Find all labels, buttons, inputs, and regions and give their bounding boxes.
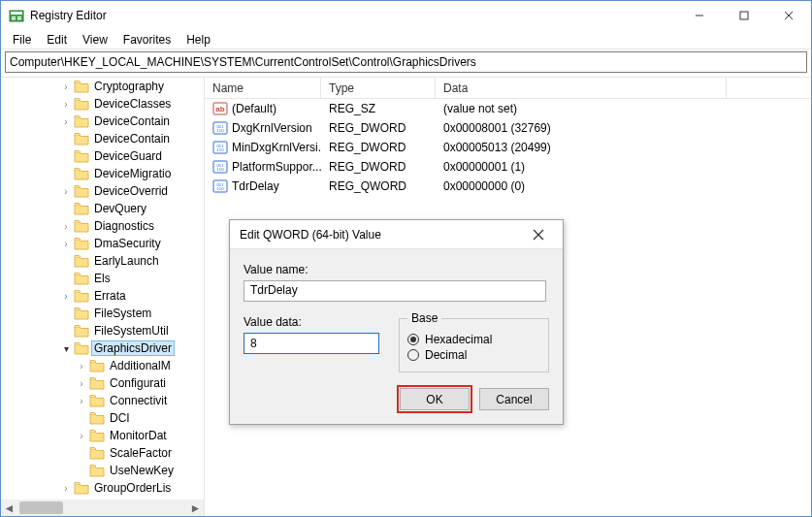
tree-item[interactable]: ›Errata [1,287,204,305]
regedit-icon [9,8,24,23]
svg-rect-5 [17,18,21,20]
tree-item-label: Configurati [108,376,168,390]
chevron-right-icon[interactable]: › [59,81,73,92]
ok-button[interactable]: OK [400,388,470,410]
menubar: File Edit View Favorites Help [1,30,811,49]
chevron-right-icon[interactable]: › [59,483,73,494]
tree-item[interactable]: DCI [1,409,204,427]
chevron-right-icon[interactable]: › [59,186,73,197]
value-name-label: Value name: [244,263,549,276]
list-row[interactable]: 011110TdrDelayREG_QWORD0x00000000 (0) [205,177,811,196]
tree-item[interactable]: ›DmaSecurity [1,235,204,252]
maximize-button[interactable] [722,1,766,30]
column-data[interactable]: Data [436,78,727,98]
tree-item[interactable]: ▾GraphicsDriver [1,339,204,357]
scroll-left-icon[interactable]: ◄ [1,500,17,516]
chevron-right-icon[interactable]: › [75,378,88,389]
tree-item[interactable]: ›Connectivit [1,392,204,409]
value-name-field[interactable]: TdrDelay [244,280,546,302]
tree-item[interactable]: DeviceMigratio [1,165,204,182]
tree-item-label: GraphicsDriver [92,341,174,355]
menu-edit[interactable]: Edit [39,31,75,48]
tree-item[interactable]: ›AdditionalM [1,357,204,374]
tree-item[interactable]: ScaleFactor [1,444,204,462]
minimize-button[interactable] [677,1,722,30]
cell-type: REG_DWORD [321,160,436,174]
tree-item-label: Els [92,272,113,285]
dialog-titlebar: Edit QWORD (64-bit) Value [230,220,563,249]
column-name[interactable]: Name [205,78,321,98]
folder-icon [74,289,89,303]
chevron-right-icon[interactable]: › [59,291,73,302]
folder-icon [74,481,89,495]
tree-item[interactable]: ›GroupOrderLis [1,479,204,497]
list-row[interactable]: 011110DxgKrnlVersionREG_DWORD0x00008001 … [205,118,811,138]
folder-icon [89,429,105,442]
dialog-title-text: Edit QWORD (64-bit) Value [240,228,524,242]
menu-favorites[interactable]: Favorites [115,31,179,48]
registry-editor-window: Registry Editor File Edit View Favorites… [0,0,812,517]
menu-view[interactable]: View [75,31,115,48]
tree-item[interactable]: ›DeviceClasses [1,95,204,113]
tree-item[interactable]: DevQuery [1,200,204,217]
column-type[interactable]: Type [321,78,436,98]
folder-icon [74,80,89,93]
chevron-right-icon[interactable]: › [75,361,88,372]
value-data-field[interactable] [244,333,379,354]
chevron-down-icon[interactable]: ▾ [59,343,73,354]
tree-scroll[interactable]: ›Cryptography›DeviceClasses›DeviceContai… [1,78,204,500]
chevron-right-icon[interactable]: › [59,99,73,110]
value-data-label: Value data: [244,315,399,329]
tree-item[interactable]: UseNewKey [1,462,204,479]
tree-item[interactable]: ›Configurati [1,374,204,392]
folder-icon [74,272,89,285]
list-row[interactable]: 011110MinDxgKrnlVersi...REG_DWORD0x00005… [205,138,811,157]
svg-text:110: 110 [217,167,225,172]
tree-item[interactable]: ›DeviceOverrid [1,182,204,200]
tree-item-label: DeviceMigratio [92,167,173,180]
tree-item[interactable]: FileSystemUtil [1,322,204,339]
tree-item[interactable]: DeviceContain [1,130,204,147]
tree-item[interactable]: ›DeviceContain [1,113,204,130]
cell-name: 011110DxgKrnlVersion [205,120,321,136]
folder-icon [74,114,89,128]
dialog-close-button[interactable] [524,220,553,249]
chevron-right-icon[interactable]: › [59,116,73,127]
folder-icon [74,219,89,233]
cancel-button[interactable]: Cancel [479,388,549,410]
tree-item[interactable]: DeviceGuard [1,147,204,165]
list-row[interactable]: ab(Default)REG_SZ(value not set) [205,99,811,118]
close-button[interactable] [766,1,811,30]
menu-file[interactable]: File [5,31,39,48]
tree-item-label: DeviceOverrid [92,184,170,198]
tree-item-label: FileSystem [92,307,153,320]
scroll-thumb[interactable] [19,501,63,514]
chevron-right-icon[interactable]: › [75,431,88,441]
tree-item[interactable]: FileSystem [1,305,204,322]
chevron-right-icon[interactable]: › [75,396,88,406]
reg-binary-icon: 011110 [212,120,228,136]
chevron-right-icon[interactable]: › [59,221,73,232]
tree-item[interactable]: EarlyLaunch [1,252,204,270]
tree-item[interactable]: ›Cryptography [1,78,204,95]
tree-item[interactable]: ›Diagnostics [1,217,204,235]
folder-icon [74,132,89,145]
tree-horizontal-scrollbar[interactable]: ◄ ► [1,500,204,516]
tree-item-label: Cryptography [92,80,166,93]
tree-item[interactable]: Els [1,270,204,287]
cell-data: 0x00008001 (32769) [436,121,727,135]
folder-icon [74,184,89,198]
tree-pane: ›Cryptography›DeviceClasses›DeviceContai… [1,78,205,516]
chevron-right-icon[interactable]: › [59,239,73,249]
tree-item[interactable]: ›MonitorDat [1,427,204,444]
address-bar[interactable]: Computer\HKEY_LOCAL_MACHINE\SYSTEM\Curre… [5,51,807,73]
value-name-text: MinDxgKrnlVersi... [232,141,321,154]
list-row[interactable]: 011110PlatformSuppor...REG_DWORD0x000000… [205,157,811,177]
menu-help[interactable]: Help [179,31,218,48]
reg-string-icon: ab [212,101,228,116]
radio-decimal[interactable]: Decimal [407,348,540,362]
radio-hexadecimal[interactable]: Hexadecimal [407,333,540,346]
svg-rect-4 [17,16,21,18]
scroll-right-icon[interactable]: ► [187,500,204,516]
cell-type: REG_DWORD [321,121,436,135]
